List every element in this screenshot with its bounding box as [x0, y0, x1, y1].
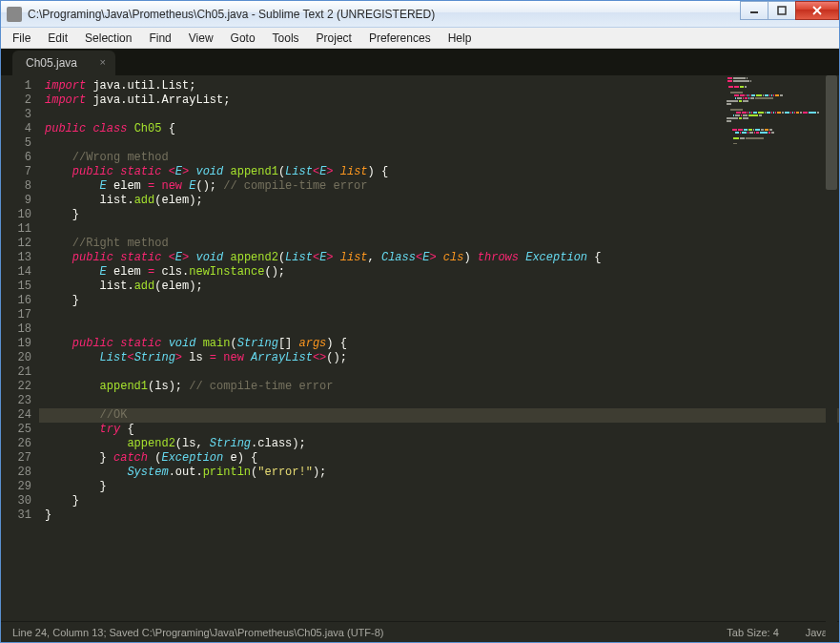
status-message: Line 24, Column 13; Saved C:\Programing\… — [12, 627, 727, 638]
code-line: //Wrong method — [45, 151, 839, 165]
menu-help[interactable]: Help — [440, 30, 480, 47]
code-line: System.out.println("error!"); — [45, 466, 839, 480]
line-number: 2 — [1, 93, 31, 108]
line-number: 8 — [1, 179, 31, 194]
code-line: //Right method — [45, 237, 839, 251]
menu-find[interactable]: Find — [141, 30, 178, 47]
line-number: 30 — [1, 494, 31, 508]
menu-selection[interactable]: Selection — [77, 30, 139, 47]
line-number: 15 — [1, 280, 31, 294]
line-number: 31 — [1, 508, 31, 523]
current-line-highlight — [39, 408, 839, 423]
window-controls — [741, 1, 839, 20]
scrollbar-thumb[interactable] — [826, 75, 837, 190]
line-number: 27 — [1, 451, 31, 466]
minimap-line — [727, 109, 822, 111]
code-line: public class Ch05 { — [45, 122, 839, 136]
window-frame: C:\Programing\Java\Prometheus\Ch05.java … — [0, 0, 840, 643]
line-number: 17 — [1, 308, 31, 322]
minimap-line — [727, 135, 822, 136]
minimap-line — [727, 100, 822, 102]
minimap-line — [727, 123, 822, 125]
code-line: } — [45, 494, 839, 508]
menu-edit[interactable]: Edit — [40, 30, 75, 47]
minimap-line — [727, 140, 822, 142]
menu-tools[interactable]: Tools — [265, 30, 307, 47]
line-number: 24 — [1, 408, 31, 423]
code-line: list.add(elem); — [45, 280, 839, 294]
status-syntax[interactable]: Java — [806, 627, 828, 638]
minimap-line — [727, 92, 822, 93]
status-tab-size[interactable]: Tab Size: 4 — [727, 627, 778, 638]
code-line — [45, 108, 839, 122]
code-line: list.add(elem); — [45, 194, 839, 208]
line-number-gutter: 1234567891011121314151617181920212223242… — [1, 75, 39, 621]
line-number: 9 — [1, 194, 31, 208]
line-number: 22 — [1, 380, 31, 394]
code-line: public static <E> void append2(List<E> l… — [45, 251, 839, 265]
app-icon — [7, 7, 22, 22]
line-number: 25 — [1, 423, 31, 437]
line-number: 29 — [1, 480, 31, 494]
menu-goto[interactable]: Goto — [223, 30, 263, 47]
code-container: 1234567891011121314151617181920212223242… — [1, 75, 839, 621]
line-number: 11 — [1, 222, 31, 237]
minimap-line — [727, 126, 822, 128]
minimap-line — [727, 80, 822, 82]
line-number: 4 — [1, 122, 31, 136]
close-button[interactable] — [795, 1, 839, 20]
line-number: 13 — [1, 251, 31, 265]
close-icon — [812, 6, 822, 15]
line-number: 20 — [1, 351, 31, 365]
tab-close-icon[interactable]: × — [100, 56, 106, 68]
line-number: 14 — [1, 265, 31, 280]
minimap-line — [727, 94, 822, 96]
minimap-line — [727, 129, 822, 131]
window-title: C:\Programing\Java\Prometheus\Ch05.java … — [28, 8, 839, 21]
minimap-line — [727, 137, 822, 139]
code-line — [45, 222, 839, 237]
menubar: File Edit Selection Find View Goto Tools… — [1, 28, 839, 49]
line-number: 26 — [1, 437, 31, 451]
minimap-line — [727, 103, 822, 105]
line-number: 21 — [1, 365, 31, 380]
code-line — [45, 308, 839, 322]
code-line: E elem = new E(); // compile-time error — [45, 179, 839, 194]
line-number: 16 — [1, 294, 31, 308]
editor-area: Ch05.java × 1234567891011121314151617181… — [1, 49, 839, 642]
maximize-button[interactable] — [768, 1, 796, 20]
titlebar[interactable]: C:\Programing\Java\Prometheus\Ch05.java … — [1, 1, 839, 28]
code-line — [45, 394, 839, 408]
minimap-line — [727, 106, 822, 108]
minimap-line — [727, 120, 822, 122]
svg-rect-1 — [778, 7, 786, 14]
menu-view[interactable]: View — [181, 30, 221, 47]
minimap-line — [727, 112, 822, 114]
line-number: 6 — [1, 151, 31, 165]
menu-project[interactable]: Project — [309, 30, 359, 47]
tab-ch05[interactable]: Ch05.java × — [12, 51, 115, 75]
line-number: 28 — [1, 466, 31, 480]
minimap[interactable] — [727, 77, 822, 144]
minimap-line — [727, 86, 822, 88]
code-line: try { — [45, 423, 839, 437]
code-line: public static <E> void append1(List<E> l… — [45, 165, 839, 179]
tabs-row: Ch05.java × — [1, 49, 839, 75]
code-editor[interactable]: import java.util.List;import java.util.A… — [39, 75, 839, 621]
menu-preferences[interactable]: Preferences — [361, 30, 439, 47]
code-line: } — [45, 508, 839, 523]
menu-file[interactable]: File — [5, 30, 38, 47]
minimize-button[interactable] — [740, 1, 768, 20]
code-line: } catch (Exception e) { — [45, 451, 839, 466]
minimap-line — [727, 132, 822, 134]
minimap-line — [727, 117, 822, 119]
line-number: 7 — [1, 165, 31, 179]
vertical-scrollbar[interactable] — [826, 75, 837, 640]
code-line: public static void main(String[] args) { — [45, 337, 839, 351]
minimize-icon — [749, 6, 759, 15]
line-number: 3 — [1, 108, 31, 122]
minimap-line — [727, 143, 822, 144]
code-line — [45, 365, 839, 380]
code-line: import java.util.ArrayList; — [45, 93, 839, 108]
line-number: 19 — [1, 337, 31, 351]
